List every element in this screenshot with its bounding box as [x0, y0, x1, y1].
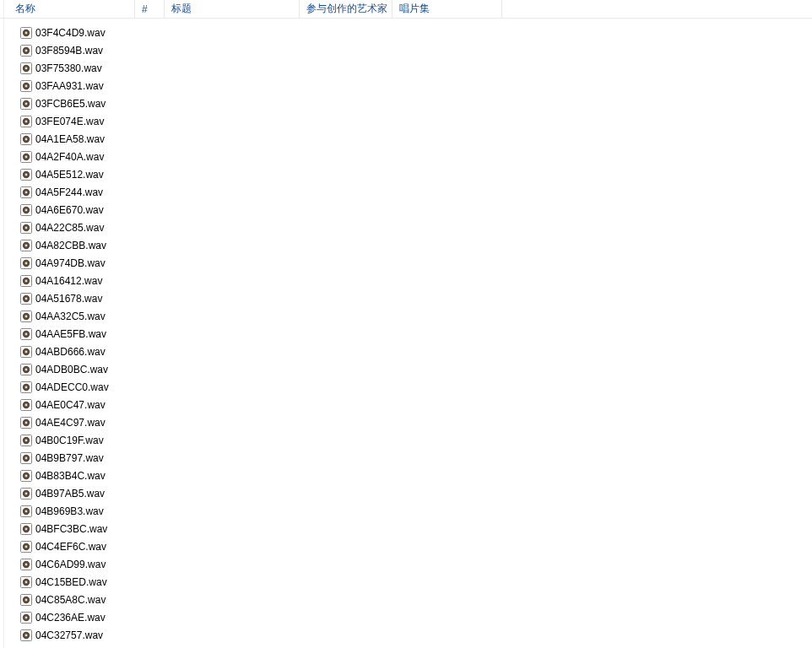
file-row[interactable]: 04AE0C47.wav [20, 396, 812, 413]
file-name-label: 04A5F244.wav [35, 186, 103, 198]
file-name-label: 04A5E512.wav [35, 169, 104, 181]
file-row[interactable]: 04A2F40A.wav [20, 148, 812, 165]
svg-point-5 [25, 49, 28, 51]
file-name-label: 04A2F40A.wav [35, 151, 104, 163]
svg-point-62 [25, 386, 28, 388]
file-row[interactable]: 04B0C19F.wav [20, 431, 812, 449]
file-row[interactable]: 04A16412.wav [20, 272, 812, 289]
svg-point-104 [25, 634, 28, 636]
file-name-label: 03F8594B.wav [35, 45, 103, 57]
file-row[interactable]: 03F4C4D9.wav [20, 24, 812, 41]
svg-point-92 [25, 563, 28, 565]
svg-point-74 [25, 456, 28, 459]
file-name-label: 03FAA931.wav [35, 80, 104, 92]
file-name-label: 04C236AE.wav [35, 612, 106, 624]
audio-file-icon [20, 116, 32, 127]
file-row[interactable]: 04A5F244.wav [20, 183, 812, 201]
file-row[interactable]: 04ABD666.wav [20, 343, 812, 360]
file-name-label: 04B97AB5.wav [35, 488, 105, 500]
audio-file-icon [20, 452, 32, 464]
file-row[interactable]: 04C4EF6C.wav [20, 537, 812, 555]
file-row[interactable]: 04C32757.wav [20, 626, 812, 644]
audio-file-icon [20, 186, 32, 198]
audio-file-icon [20, 629, 32, 641]
audio-file-icon [20, 399, 32, 411]
file-row[interactable]: 03FAA931.wav [20, 77, 812, 94]
svg-point-80 [25, 492, 28, 494]
svg-point-20 [25, 138, 28, 140]
file-row[interactable]: 04A51678.wav [20, 289, 812, 307]
file-row[interactable]: 04C85A8C.wav [20, 591, 812, 608]
svg-point-14 [25, 102, 28, 105]
svg-point-41 [25, 262, 28, 264]
svg-point-35 [25, 226, 28, 229]
column-header-title[interactable]: 标题 [165, 0, 300, 18]
file-row[interactable]: 04ADB0BC.wav [20, 360, 812, 378]
file-name-label: 04A51678.wav [35, 293, 102, 305]
file-row[interactable]: 03FE074E.wav [20, 112, 812, 130]
file-row[interactable]: 04C236AE.wav [20, 608, 812, 626]
audio-file-icon [20, 45, 32, 57]
svg-point-29 [25, 191, 28, 193]
audio-file-icon [20, 204, 32, 216]
file-row[interactable]: 04C6AD99.wav [20, 555, 812, 573]
audio-file-icon [20, 346, 32, 358]
file-name-label: 04AE4C97.wav [35, 417, 106, 429]
audio-file-icon [20, 417, 32, 429]
file-list: 03F4C4D9.wav03F8594B.wav03F75380.wav03FA… [0, 19, 812, 644]
file-row[interactable]: 04A22C85.wav [20, 219, 812, 236]
audio-file-icon [20, 27, 32, 39]
column-header-album[interactable]: 唱片集 [392, 0, 502, 18]
audio-file-icon [20, 222, 32, 234]
svg-point-47 [25, 297, 28, 300]
file-row[interactable]: 04AAE5FB.wav [20, 325, 812, 343]
file-row[interactable]: 04C15BED.wav [20, 573, 812, 591]
file-row[interactable]: 03F8594B.wav [20, 41, 812, 59]
column-header-name[interactable]: 名称 [8, 0, 135, 18]
file-row[interactable]: 04A974DB.wav [20, 254, 812, 272]
svg-point-86 [25, 527, 28, 530]
audio-file-icon [20, 80, 32, 92]
column-header-artist[interactable]: 参与创作的艺术家 [300, 0, 392, 18]
audio-file-icon [20, 381, 32, 393]
file-name-label: 04A974DB.wav [35, 257, 106, 269]
left-divider [3, 0, 4, 648]
svg-point-77 [25, 474, 28, 477]
file-name-label: 04A16412.wav [35, 275, 102, 287]
file-row[interactable]: 04A5E512.wav [20, 165, 812, 183]
file-row[interactable]: 03F75380.wav [20, 59, 812, 77]
audio-file-icon [20, 559, 32, 570]
file-row[interactable]: 04A1EA58.wav [20, 130, 812, 148]
audio-file-icon [20, 541, 32, 553]
file-row[interactable]: 04AA32C5.wav [20, 307, 812, 325]
audio-file-icon [20, 133, 32, 145]
file-row[interactable]: 04B97AB5.wav [20, 484, 812, 502]
svg-point-53 [25, 332, 28, 335]
file-name-label: 04BFC3BC.wav [35, 523, 107, 535]
audio-file-icon [20, 488, 32, 500]
file-name-label: 03FE074E.wav [35, 116, 104, 127]
file-row[interactable]: 04A82CBB.wav [20, 236, 812, 254]
file-row[interactable]: 04ADECC0.wav [20, 378, 812, 396]
file-row[interactable]: 04BFC3BC.wav [20, 520, 812, 537]
file-name-label: 04ABD666.wav [35, 346, 106, 358]
audio-file-icon [20, 612, 32, 624]
file-name-label: 04AE0C47.wav [35, 399, 106, 411]
file-name-label: 04A1EA58.wav [35, 133, 105, 145]
file-row[interactable]: 04B83B4C.wav [20, 467, 812, 484]
file-row[interactable]: 04AE4C97.wav [20, 413, 812, 431]
file-name-label: 04ADECC0.wav [35, 381, 109, 393]
file-name-label: 04C4EF6C.wav [35, 541, 106, 553]
audio-file-icon [20, 275, 32, 287]
file-name-label: 04ADB0BC.wav [35, 364, 108, 375]
column-header-number[interactable]: # [135, 0, 165, 18]
svg-point-50 [25, 315, 28, 317]
svg-point-89 [25, 545, 28, 548]
file-row[interactable]: 04A6E670.wav [20, 201, 812, 219]
file-name-label: 04C32757.wav [35, 629, 103, 641]
file-name-label: 04B0C19F.wav [35, 435, 104, 446]
file-name-label: 03F75380.wav [35, 62, 102, 74]
file-row[interactable]: 04B969B3.wav [20, 502, 812, 520]
file-row[interactable]: 04B9B797.wav [20, 449, 812, 467]
file-row[interactable]: 03FCB6E5.wav [20, 94, 812, 112]
